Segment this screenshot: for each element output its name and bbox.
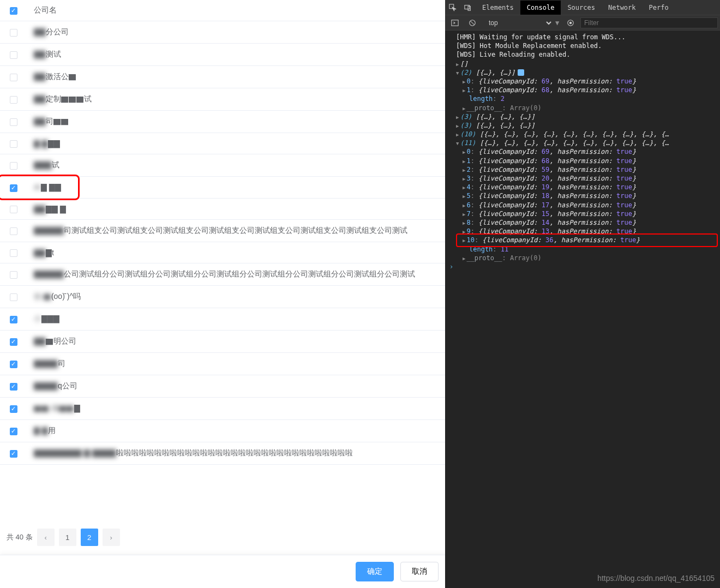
console-array-item[interactable]: 4: {liveCompanyId: 19, hasPermission: tr… (449, 183, 720, 191)
filter-input[interactable] (580, 17, 718, 28)
console-prompt[interactable]: › (449, 262, 720, 271)
row-checkbox[interactable] (10, 383, 17, 391)
chevron-down-icon: ▼ (555, 19, 561, 27)
company-name-cell: ▇▇▇▇▇公司测试组分公司测试组分公司测试组分公司测试组分公司测试组分公司测试组… (27, 263, 445, 286)
company-name-cell: 小▇▇▇ (27, 308, 445, 331)
row-checkbox[interactable] (10, 316, 17, 323)
row-checkbox[interactable] (10, 206, 17, 213)
row-checkbox[interactable] (10, 338, 17, 346)
table-row[interactable]: ▇ ▇用 (0, 420, 445, 442)
device-toggle-icon[interactable] (460, 0, 476, 15)
table-row[interactable]: ▇▇▇▇q公司 (0, 375, 445, 398)
log-wds-hmr: [WDS] Hot Module Replacement enabled. (449, 41, 720, 50)
svg-point-6 (569, 22, 572, 24)
table-row[interactable]: AI▇ ▇▇ (0, 177, 445, 198)
table-row[interactable]: 俆 ▇(oo) ̄)^吗 (0, 286, 445, 308)
table-row[interactable]: ▇▇司▇▇ (0, 111, 445, 133)
row-checkbox[interactable] (10, 361, 17, 368)
row-checkbox[interactable] (10, 293, 17, 301)
row-checkbox[interactable] (10, 405, 17, 413)
row-checkbox[interactable] (10, 227, 17, 235)
table-row[interactable]: ▇ ▇▇▇ (0, 133, 445, 154)
table-row[interactable]: ▇▇定制▇▇▇试 (0, 88, 445, 111)
row-checkbox[interactable] (10, 140, 17, 148)
company-name-cell: ▇▇▇t (27, 242, 445, 263)
page-2-button[interactable]: 2 (81, 529, 98, 546)
console-sidebar-toggle-icon[interactable] (447, 15, 463, 31)
console-array-item[interactable]: 9: {liveCompanyId: 13, hasPermission: tr… (449, 227, 720, 236)
log-empty-array[interactable]: [] (449, 59, 720, 68)
inspect-icon[interactable] (445, 0, 460, 15)
table-row[interactable]: ▇▇▇▇▇▇▇▇ ▇ ▇▇▇▇啦啦啦啦啦啦啦啦啦啦啦啦啦啦啦啦啦啦啦啦啦啦啦啦啦… (0, 442, 445, 465)
company-name-cell: ▇▇▇▇q公司 (27, 375, 445, 398)
console-array-item[interactable]: 10: {liveCompanyId: 36, hasPermission: t… (449, 236, 720, 244)
table-row[interactable]: ▇▇▇t (0, 242, 445, 263)
row-checkbox[interactable] (10, 450, 17, 458)
console-array-item[interactable]: 5: {liveCompanyId: 18, hasPermission: tr… (449, 191, 720, 200)
row-checkbox[interactable] (10, 96, 17, 104)
console-array-item[interactable]: 7: {liveCompanyId: 15, hasPermission: tr… (449, 209, 720, 218)
console-array-length: length: 2 (449, 94, 720, 103)
row-checkbox[interactable] (10, 271, 17, 279)
table-row[interactable]: ▇▇▇试 (0, 154, 445, 177)
next-page-button[interactable]: › (103, 529, 120, 546)
clear-console-icon[interactable] (465, 15, 480, 31)
live-expression-icon[interactable] (563, 15, 578, 31)
console-array-item[interactable]: 0: {liveCompanyId: 69, hasPermission: tr… (449, 77, 720, 86)
console-array-item[interactable]: 3: {liveCompanyId: 20, hasPermission: tr… (449, 174, 720, 183)
table-row[interactable]: ▇▇ 保▇▇▇ (0, 398, 445, 420)
select-all-checkbox[interactable] (10, 7, 17, 15)
context-select[interactable]: top (482, 17, 553, 28)
pagination: 共 40 条 ‹ 1 2 › (0, 520, 445, 555)
row-checkbox[interactable] (10, 428, 17, 435)
company-name-cell: ▇▇定制▇▇▇试 (27, 88, 445, 111)
table-row[interactable]: ▇▇分公司 (0, 21, 445, 44)
company-name-cell: ▇▇▇▇司 (27, 353, 445, 375)
table-row[interactable]: ▇▇▇▇▇司测试组支公司测试组支公司测试组支公司测试组支公司测试组支公司测试组支… (0, 219, 445, 242)
table-row[interactable]: ▇▇▇▇司 (0, 353, 445, 375)
table-row[interactable]: ▇▇▇▇ ▇ (0, 198, 445, 219)
prev-page-button[interactable]: ‹ (37, 529, 55, 546)
row-checkbox[interactable] (10, 74, 17, 81)
company-name-cell: ▇▇激活公▇ (27, 66, 445, 88)
row-checkbox[interactable] (10, 162, 17, 170)
console-array-item[interactable]: 2: {liveCompanyId: 59, hasPermission: tr… (449, 165, 720, 174)
company-list-panel: 公司名 ▇▇分公司▇▇测试▇▇激活公▇▇▇定制▇▇▇试▇▇司▇▇▇ ▇▇▇▇▇▇… (0, 0, 445, 588)
table-row[interactable]: 小▇▇▇ (0, 308, 445, 331)
table-row[interactable]: ▇▇测试 (0, 44, 445, 66)
row-checkbox[interactable] (10, 249, 17, 257)
console-array-proto[interactable]: __proto__: Array(0) (449, 104, 720, 112)
ok-button[interactable]: 确定 (356, 562, 394, 581)
row-checkbox[interactable] (10, 51, 17, 59)
row-checkbox[interactable] (10, 29, 17, 37)
cancel-button[interactable]: 取消 (400, 562, 439, 581)
tab-sources[interactable]: Sources (561, 1, 602, 15)
console-array-proto[interactable]: __proto__: Array(0) (449, 254, 720, 262)
tab-elements[interactable]: Elements (476, 1, 520, 15)
console-array-header[interactable]: (2) [{…}, {…}] (449, 68, 720, 77)
table-row[interactable]: ▇▇▇明公司 (0, 331, 445, 353)
row-checkbox[interactable] (10, 184, 17, 192)
console-array-item[interactable]: 1: {liveCompanyId: 68, hasPermission: tr… (449, 157, 720, 165)
console-array-item[interactable]: 1: {liveCompanyId: 68, hasPermission: tr… (449, 86, 720, 94)
table-row[interactable]: ▇▇▇▇▇公司测试组分公司测试组分公司测试组分公司测试组分公司测试组分公司测试组… (0, 263, 445, 286)
table-row[interactable]: ▇▇激活公▇ (0, 66, 445, 88)
console-array-item[interactable]: 8: {liveCompanyId: 14, hasPermission: tr… (449, 218, 720, 227)
devtools-tab-bar: Elements Console Sources Network Perfo (445, 0, 720, 15)
console-array-header[interactable]: (3) [{…}, {…}, {…}] (449, 112, 720, 121)
page-1-button[interactable]: 1 (59, 529, 76, 546)
company-name-cell: AI▇ ▇▇ (27, 177, 445, 198)
row-checkbox[interactable] (10, 118, 17, 126)
tab-console[interactable]: Console (520, 1, 561, 15)
console-array-item[interactable]: 6: {liveCompanyId: 17, hasPermission: tr… (449, 201, 720, 209)
company-name-cell: ▇▇ 保▇▇▇ (27, 398, 445, 420)
console-array-header[interactable]: (11) [{…}, {…}, {…}, {…}, {…}, {…}, {…},… (449, 139, 720, 147)
company-name-cell: ▇ ▇▇▇ (27, 133, 445, 154)
company-table: 公司名 ▇▇分公司▇▇测试▇▇激活公▇▇▇定制▇▇▇试▇▇司▇▇▇ ▇▇▇▇▇▇… (0, 0, 445, 465)
tab-network[interactable]: Network (602, 1, 643, 15)
console-array-header[interactable]: (10) [{…}, {…}, {…}, {…}, {…}, {…}, {…},… (449, 130, 720, 139)
console-array-item[interactable]: 0: {liveCompanyId: 69, hasPermission: tr… (449, 147, 720, 156)
tab-performance[interactable]: Perfo (643, 1, 675, 15)
company-name-cell: ▇▇▇▇▇司测试组支公司测试组支公司测试组支公司测试组支公司测试组支公司测试组支… (27, 219, 445, 242)
console-array-header[interactable]: (3) [{…}, {…}, {…}] (449, 121, 720, 130)
